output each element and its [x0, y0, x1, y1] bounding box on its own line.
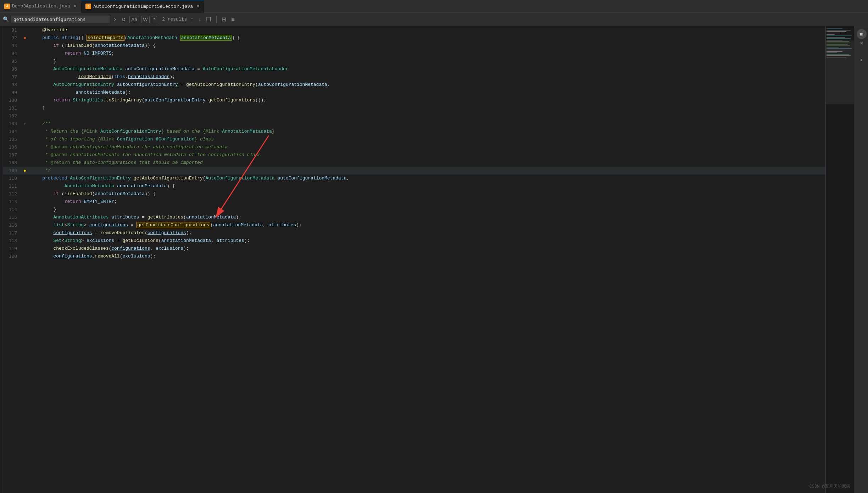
search-options-button[interactable]: ⊞	[220, 15, 228, 23]
line-content-115: AnnotationAttributes attributes = getAtt…	[28, 214, 825, 221]
search-input[interactable]	[11, 16, 110, 23]
line-num-112: 112	[3, 190, 21, 198]
match-case-button[interactable]: Aa	[129, 16, 139, 23]
left-gutter	[0, 26, 3, 493]
line-content-102	[28, 112, 825, 120]
line-119: 119 checkExcludedClasses(configurations,…	[3, 245, 825, 253]
line-118: 118 Set<String> exclusions = getExclusio…	[3, 237, 825, 245]
line-content-110: protected AutoConfigurationEntry getAuto…	[28, 175, 825, 182]
line-num-119: 119	[3, 245, 21, 253]
line-indicator-103: ▾	[21, 120, 28, 128]
line-num-96: 96	[3, 65, 21, 73]
right-panel: m × ≡	[854, 26, 868, 493]
line-109: 109 ● */	[3, 167, 825, 175]
line-indicator-113	[21, 198, 28, 206]
line-97: 97 .loadMetadata(this.beanClassLoader);	[3, 73, 825, 81]
line-num-110: 110	[3, 175, 21, 182]
line-content-107: * @param annotationMetadata the annotati…	[28, 151, 825, 159]
line-102: 102	[3, 112, 825, 120]
line-indicator-106	[21, 143, 28, 151]
line-116: 116 List<String> configurations = getCan…	[3, 221, 825, 229]
line-indicator-107	[21, 151, 28, 159]
code-area[interactable]: 91 @Override 92 public String[] selectIm…	[3, 26, 825, 493]
search-prev-button[interactable]: ↑	[189, 16, 195, 23]
line-94: 94 return NO_IMPORTS;	[3, 50, 825, 57]
line-content-117: configurations = removeDuplicates(config…	[28, 229, 825, 237]
line-content-92: public String[] selectImports(Annotation…	[28, 34, 825, 42]
line-content-101: }	[28, 104, 825, 112]
tab-bar: J Demo3Application.java × J AutoConfigur…	[0, 0, 868, 13]
line-indicator-99	[21, 89, 28, 96]
line-content-93: if (!isEnabled(annotationMetadata)) {	[28, 42, 825, 50]
line-indicator-104	[21, 128, 28, 135]
line-indicator-102	[21, 112, 28, 120]
line-content-118: Set<String> exclusions = getExclusions(a…	[28, 237, 825, 245]
search-filter-button[interactable]: ≡	[230, 16, 236, 23]
line-100: 100 return StringUtils.toStringArray(aut…	[3, 96, 825, 104]
line-content-111: AnnotationMetadata annotationMetadata) {	[28, 182, 825, 190]
line-content-106: * @param autoConfigurationMetadata the a…	[28, 143, 825, 151]
search-close-button[interactable]: ×	[112, 16, 118, 23]
tab-label-autoconfiguration: AutoConfigurationImportSelector.java	[93, 4, 193, 9]
line-content-119: checkExcludedClasses(configurations, exc…	[28, 245, 825, 253]
line-indicator-98	[21, 81, 28, 89]
line-content-105: * of the importing {@link Configuration …	[28, 135, 825, 143]
line-content-120: configurations.removeAll(exclusions);	[28, 253, 825, 260]
right-panel-icon-1[interactable]: ≡	[858, 57, 865, 63]
search-next-button[interactable]: ↓	[197, 16, 202, 23]
regex-button[interactable]: *	[152, 16, 157, 23]
search-bar: 🔍 × ↺ Aa W * 2 results ↑ ↓ ☐ ⊞ ≡	[0, 13, 868, 26]
line-indicator-118	[21, 237, 28, 245]
line-indicator-110	[21, 175, 28, 182]
line-indicator-120	[21, 253, 28, 260]
line-content-96: AutoConfigurationMetadata autoConfigurat…	[28, 65, 825, 73]
line-113: 113 return EMPTY_ENTRY;	[3, 198, 825, 206]
line-content-109: */	[28, 167, 825, 175]
line-indicator-100	[21, 96, 28, 104]
search-refresh-button[interactable]: ↺	[120, 16, 127, 23]
profile-avatar[interactable]: m	[857, 29, 867, 39]
line-101: 101 }	[3, 104, 825, 112]
line-content-98: AutoConfigurationEntry autoConfiguration…	[28, 81, 825, 89]
line-indicator-93	[21, 42, 28, 50]
tab-autoconfiguration[interactable]: J AutoConfigurationImportSelector.java ×	[81, 0, 204, 13]
line-indicator-92	[21, 34, 28, 42]
line-indicator-91	[21, 26, 28, 34]
search-rect-button[interactable]: ☐	[205, 15, 212, 23]
line-num-113: 113	[3, 198, 21, 206]
line-num-108: 108	[3, 159, 21, 167]
line-103: 103 ▾ /**	[3, 120, 825, 128]
line-num-97: 97	[3, 73, 21, 81]
line-num-118: 118	[3, 237, 21, 245]
line-content-114: }	[28, 206, 825, 214]
line-content-108: * @return the auto-configurations that s…	[28, 159, 825, 167]
line-indicator-96	[21, 65, 28, 73]
line-content-94: return NO_IMPORTS;	[28, 50, 825, 57]
line-num-116: 116	[3, 221, 21, 229]
tab-close-demo3[interactable]: ×	[74, 4, 77, 9]
line-content-91: @Override	[28, 26, 825, 34]
search-results-count: 2 results	[162, 17, 187, 22]
line-num-109: 109	[3, 167, 21, 175]
line-93: 93 if (!isEnabled(annotationMetadata)) {	[3, 42, 825, 50]
line-content-97: .loadMetadata(this.beanClassLoader);	[28, 73, 825, 81]
line-num-94: 94	[3, 50, 21, 57]
line-content-95: }	[28, 57, 825, 65]
tab-demo3[interactable]: J Demo3Application.java ×	[0, 0, 81, 13]
line-content-100: return StringUtils.toStringArray(autoCon…	[28, 96, 825, 104]
tab-close-autoconfiguration[interactable]: ×	[196, 4, 199, 9]
close-panel-button[interactable]: ×	[860, 40, 863, 47]
line-96: 96 AutoConfigurationMetadata autoConfigu…	[3, 65, 825, 73]
app-container: J Demo3Application.java × J AutoConfigur…	[0, 0, 868, 493]
line-112: 112 if (!isEnabled(annotationMetadata)) …	[3, 190, 825, 198]
line-num-92: 92	[3, 34, 21, 42]
line-indicator-111	[21, 182, 28, 190]
minimap	[825, 26, 854, 493]
line-95: 95 }	[3, 57, 825, 65]
whole-word-button[interactable]: W	[141, 16, 149, 23]
line-content-116: List<String> configurations = getCandida…	[28, 221, 825, 229]
line-107: 107 * @param annotationMetadata the anno…	[3, 151, 825, 159]
line-111: 111 AnnotationMetadata annotationMetadat…	[3, 182, 825, 190]
line-120: 120 configurations.removeAll(exclusions)…	[3, 253, 825, 260]
line-indicator-97	[21, 73, 28, 81]
